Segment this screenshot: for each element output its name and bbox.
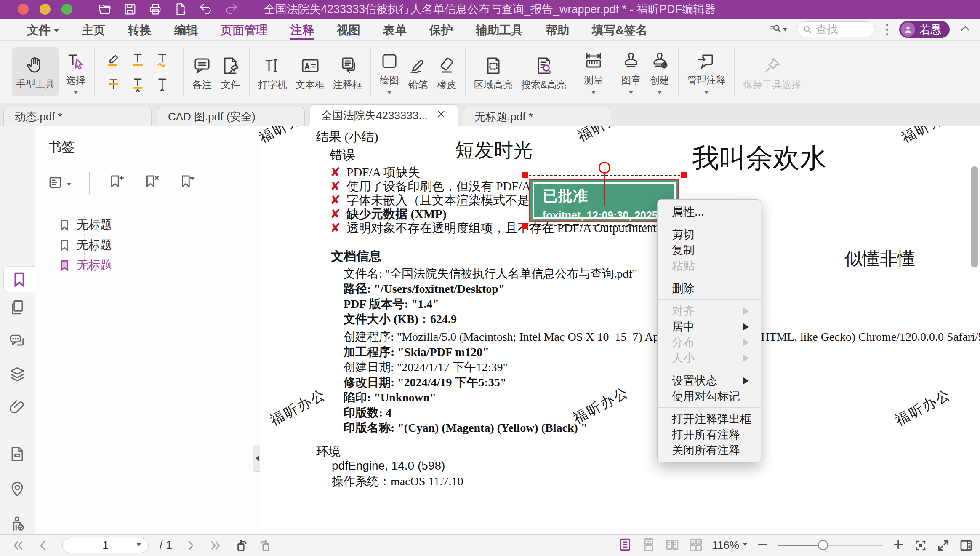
user-account-button[interactable]: 若愚 <box>899 21 950 38</box>
drawing-tool-button[interactable]: 绘图 <box>379 48 399 96</box>
page-number-input-pill[interactable] <box>62 538 149 553</box>
delete-bookmark-icon[interactable] <box>143 173 160 192</box>
underline-tool-icon[interactable] <box>127 48 151 72</box>
zoom-level-dropdown[interactable]: 116% <box>712 539 748 552</box>
context-menu-properties[interactable]: 属性... <box>658 204 761 219</box>
measure-tool-button[interactable]: 测量 <box>583 48 604 96</box>
typewriter-tool-button[interactable]: 打字机 <box>258 52 287 91</box>
bookmark-item-2[interactable]: 无标题 <box>35 235 259 255</box>
previous-view-button[interactable] <box>234 538 248 553</box>
search-input-pill[interactable] <box>797 21 875 37</box>
squiggly-underline-tool-icon[interactable] <box>151 48 176 72</box>
file-attachment-tool-button[interactable]: 文件 <box>221 52 241 91</box>
facing-view-icon[interactable] <box>665 537 680 554</box>
context-menu-checkmark[interactable]: 使用对勾标记 <box>658 388 761 404</box>
callout-tool-button[interactable]: 注释框 <box>333 52 362 91</box>
fullscreen-button[interactable] <box>936 538 951 553</box>
bookmark-item-3-selected[interactable]: 无标题 <box>35 255 259 275</box>
pencil-tool-button[interactable]: 铅笔 <box>408 52 428 91</box>
last-page-button[interactable] <box>208 538 223 553</box>
zoom-window-button[interactable] <box>61 4 72 15</box>
open-folder-icon[interactable] <box>97 1 113 17</box>
context-menu-delete[interactable]: 删除 <box>658 281 761 296</box>
new-document-icon[interactable] <box>173 1 189 17</box>
panel-collapse-handle[interactable] <box>253 445 260 472</box>
resize-handle-top-left[interactable] <box>522 172 528 178</box>
context-menu-open-popup[interactable]: 打开注释弹出框 <box>658 411 761 427</box>
minimize-window-button[interactable] <box>40 4 51 15</box>
menu-comment-active[interactable]: 注释 <box>290 19 314 40</box>
menu-home[interactable]: 主页 <box>82 19 105 40</box>
collapse-toolbar-icon[interactable] <box>959 22 972 37</box>
bookmark-list-options-icon[interactable] <box>47 174 72 192</box>
menu-file[interactable]: 文件 <box>27 19 59 40</box>
panel-tab-pages[interactable] <box>0 298 35 317</box>
resize-handle-bottom-left[interactable] <box>522 223 528 229</box>
save-icon[interactable] <box>122 1 138 17</box>
add-bookmark-icon[interactable] <box>107 173 125 192</box>
create-stamp-button[interactable]: 创建 <box>650 48 670 96</box>
fit-page-button[interactable] <box>913 538 928 553</box>
zoom-out-button[interactable] <box>756 538 770 553</box>
tab-dongtai[interactable]: 动态.pdf * <box>3 107 152 126</box>
panel-tab-signatures[interactable] <box>0 515 35 533</box>
select-tool-button[interactable]: 选择 <box>66 48 86 96</box>
context-menu-set-status[interactable]: 设置状态 <box>658 373 761 388</box>
kebab-menu-icon[interactable] <box>884 24 890 35</box>
close-tab-icon[interactable] <box>436 109 447 123</box>
vertical-scrollbar-thumb[interactable] <box>971 166 978 267</box>
redo-icon[interactable] <box>223 1 239 17</box>
tab-cad[interactable]: CAD 图.pdf (安全) <box>157 107 305 126</box>
tab-active-document[interactable]: 全国法院失4233333... <box>310 104 458 126</box>
insert-text-tool-icon[interactable] <box>151 72 176 96</box>
menu-convert[interactable]: 转换 <box>128 19 152 40</box>
menu-page-management[interactable]: 页面管理 <box>221 19 268 40</box>
close-window-button[interactable] <box>18 4 29 15</box>
strikeout-tool-icon[interactable] <box>102 72 127 96</box>
area-highlight-tool-button[interactable]: 区域高亮 <box>474 52 513 91</box>
zoom-slider[interactable] <box>778 545 883 546</box>
page-number-input[interactable] <box>80 539 131 552</box>
note-tool-button[interactable]: 备注 <box>192 52 212 91</box>
context-menu-close-all[interactable]: 关闭所有注释 <box>658 442 761 458</box>
menu-form[interactable]: 表单 <box>383 19 407 40</box>
next-view-button[interactable] <box>259 538 273 553</box>
context-menu-center[interactable]: 居中 <box>658 319 761 334</box>
menu-fill-sign[interactable]: 填写&签名 <box>592 19 647 40</box>
search-highlight-tool-button[interactable]: 搜索&高亮 <box>521 52 566 91</box>
search-input[interactable] <box>816 23 862 36</box>
previous-page-button[interactable] <box>36 538 51 553</box>
hand-tool-button[interactable]: 手型工具 <box>12 47 59 96</box>
resize-handle-top-right[interactable] <box>681 172 687 178</box>
first-page-button[interactable] <box>11 538 25 553</box>
context-menu-cut[interactable]: 剪切 <box>658 227 761 242</box>
facing-continuous-view-icon[interactable] <box>688 537 703 554</box>
menu-accessibility[interactable]: 辅助工具 <box>476 19 523 40</box>
panel-tab-destinations[interactable] <box>0 479 35 498</box>
continuous-view-icon[interactable] <box>641 537 656 554</box>
panel-tab-layers[interactable] <box>0 365 35 383</box>
advanced-search-icon[interactable] <box>769 23 788 36</box>
bookmark-item-1[interactable]: 无标题 <box>35 215 259 235</box>
tab-untitled[interactable]: 无标题.pdf * <box>463 107 611 126</box>
stamp-tool-button[interactable]: 图章 <box>621 48 641 96</box>
print-icon[interactable] <box>147 1 163 17</box>
highlight-tool-icon[interactable] <box>102 48 127 72</box>
zoom-slider-knob[interactable] <box>818 540 828 550</box>
panel-tab-fields[interactable] <box>0 445 35 463</box>
panel-tab-attachments[interactable] <box>0 398 35 416</box>
next-page-button[interactable] <box>183 538 197 553</box>
context-menu-open-all[interactable]: 打开所有注释 <box>658 427 761 442</box>
eraser-tool-button[interactable]: 橡皮 <box>437 52 457 91</box>
menu-edit[interactable]: 编辑 <box>174 19 198 40</box>
context-menu-copy[interactable]: 复制 <box>658 242 761 258</box>
panel-tab-bookmarks-active[interactable] <box>3 266 35 292</box>
panel-tab-comments[interactable] <box>0 332 35 350</box>
manage-comments-button[interactable]: 管理注释 <box>687 48 726 96</box>
menu-protect[interactable]: 保护 <box>429 19 453 40</box>
single-page-view-icon[interactable] <box>618 537 633 554</box>
textbox-tool-button[interactable]: 文本框 <box>296 52 325 91</box>
undo-icon[interactable] <box>198 1 214 17</box>
right-panel-toggle-button[interactable] <box>959 538 973 553</box>
menu-help[interactable]: 帮助 <box>546 19 569 40</box>
